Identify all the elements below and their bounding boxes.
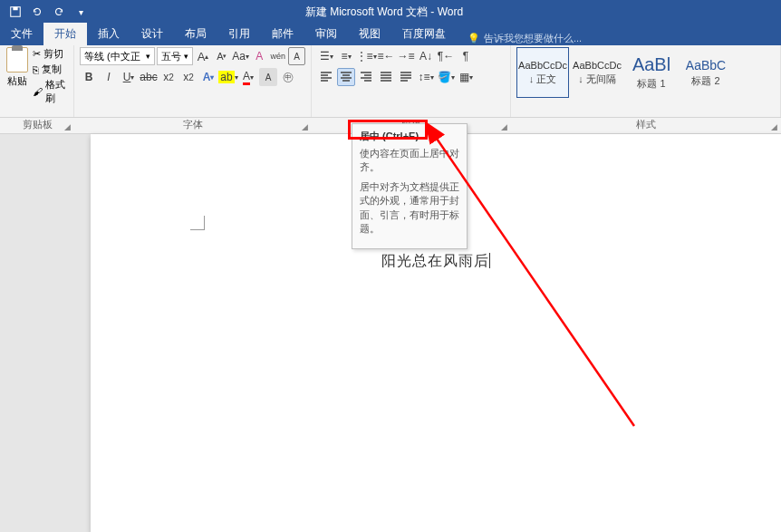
- save-icon: [9, 5, 22, 18]
- document-text[interactable]: 阳光总在风雨后: [381, 252, 490, 271]
- enclose-char-button[interactable]: ㊥: [279, 68, 297, 86]
- lightbulb-icon: 💡: [468, 33, 480, 44]
- tooltip-line2: 居中对齐为文档提供正式的外观，通常用于封面、引言，有时用于标题。: [360, 180, 459, 237]
- font-color-button[interactable]: A▾: [239, 68, 257, 86]
- justify-icon: [380, 71, 392, 83]
- underline-button[interactable]: U▾: [120, 68, 138, 86]
- line-spacing-button[interactable]: ↕≡▾: [417, 68, 435, 86]
- qat-customize[interactable]: ▾: [71, 2, 91, 22]
- tooltip-line1: 使内容在页面上居中对齐。: [360, 147, 459, 175]
- font-name-combo[interactable]: 等线 (中文正▾: [80, 47, 155, 65]
- shading-button[interactable]: 🪣▾: [437, 68, 455, 86]
- redo-button[interactable]: [49, 2, 69, 22]
- borders-button[interactable]: ▦▾: [457, 68, 475, 86]
- grow-font-button[interactable]: A▴: [195, 47, 212, 65]
- multilevel-button[interactable]: ⋮≡▾: [357, 47, 375, 65]
- ltr-button[interactable]: ¶←: [437, 47, 455, 65]
- font-label: 字体◢: [74, 118, 312, 133]
- quick-access-toolbar: ▾: [0, 2, 96, 22]
- char-border-button[interactable]: A: [288, 47, 305, 65]
- tab-review[interactable]: 审阅: [304, 23, 348, 45]
- change-case-button[interactable]: Aa▾: [232, 47, 249, 65]
- styles-launcher[interactable]: ◢: [771, 122, 777, 131]
- paste-button[interactable]: 粘贴: [5, 47, 29, 105]
- tab-baidu[interactable]: 百度网盘: [391, 23, 457, 45]
- increase-indent-button[interactable]: →≡: [397, 47, 415, 65]
- clipboard-label: 剪贴板◢: [0, 118, 74, 133]
- bullets-button[interactable]: ☰▾: [317, 47, 335, 65]
- paragraph-launcher[interactable]: ◢: [501, 122, 507, 131]
- align-center-button[interactable]: [337, 68, 355, 86]
- decrease-indent-button[interactable]: ≡←: [377, 47, 395, 65]
- brush-icon: 🖌: [33, 86, 43, 97]
- strike-button[interactable]: abc: [140, 68, 158, 86]
- text-effects-button[interactable]: A▾: [199, 68, 217, 86]
- sort-button[interactable]: A↓: [417, 47, 435, 65]
- style-heading1[interactable]: AaBl 标题 1: [625, 47, 678, 98]
- align-center-icon: [340, 71, 352, 83]
- tab-design[interactable]: 设计: [130, 23, 174, 45]
- tab-file[interactable]: 文件: [0, 23, 43, 45]
- undo-button[interactable]: [27, 2, 47, 22]
- styles-group: AaBbCcDc ↓ 正文 AaBbCcDc ↓ 无间隔 AaBl 标题 1 A…: [511, 45, 781, 117]
- tab-layout[interactable]: 布局: [174, 23, 217, 45]
- tooltip-title: 居中 (Ctrl+E): [360, 130, 459, 143]
- style-heading2[interactable]: AaBbC 标题 2: [680, 47, 732, 98]
- paragraph-group: ☰▾ ≡▾ ⋮≡▾ ≡← →≡ A↓ ¶← ¶ ↕≡▾: [312, 45, 511, 117]
- copy-icon: ⎘: [33, 64, 39, 75]
- shrink-font-button[interactable]: A▾: [213, 47, 230, 65]
- tell-me-placeholder: 告诉我您想要做什么...: [484, 32, 582, 45]
- clipboard-launcher[interactable]: ◢: [64, 122, 71, 131]
- ribbon-tabs: 文件 开始 插入 设计 布局 引用 邮件 审阅 视图 百度网盘 💡 告诉我您想要…: [0, 24, 781, 45]
- subscript-button[interactable]: x2: [159, 68, 178, 86]
- clear-format-button[interactable]: A: [251, 47, 268, 65]
- copy-button[interactable]: ⎘ 复制: [33, 63, 68, 76]
- tab-view[interactable]: 视图: [348, 23, 391, 45]
- tell-me-search[interactable]: 💡 告诉我您想要做什么...: [457, 32, 593, 45]
- center-align-tooltip: 居中 (Ctrl+E) 使内容在页面上居中对齐。 居中对齐为文档提供正式的外观，…: [352, 123, 468, 249]
- show-marks-button[interactable]: ¶: [457, 47, 475, 65]
- distribute-icon: [400, 71, 412, 83]
- page-corner-mark: [190, 216, 205, 230]
- highlight-button[interactable]: ab▾: [219, 68, 237, 86]
- font-size-combo[interactable]: 五号▾: [157, 47, 193, 65]
- format-painter-button[interactable]: 🖌 格式刷: [33, 78, 68, 105]
- scissors-icon: ✂: [33, 48, 41, 60]
- align-left-button[interactable]: [317, 68, 335, 86]
- redo-icon: [53, 5, 65, 18]
- align-left-icon: [320, 71, 333, 83]
- clipboard-group: 粘贴 ✂ 剪切 ⎘ 复制 🖌 格式刷: [0, 45, 74, 117]
- styles-label: 样式◢: [511, 118, 781, 133]
- align-right-button[interactable]: [357, 68, 375, 86]
- char-shading-button[interactable]: A: [259, 68, 277, 86]
- save-button[interactable]: [5, 2, 25, 22]
- tab-references[interactable]: 引用: [217, 23, 261, 45]
- svg-rect-1: [13, 7, 17, 11]
- title-bar: ▾ 新建 Microsoft Word 文档 - Word: [0, 0, 781, 24]
- align-right-icon: [360, 71, 372, 83]
- style-normal[interactable]: AaBbCcDc ↓ 正文: [516, 47, 569, 98]
- italic-button[interactable]: I: [100, 68, 118, 86]
- font-launcher[interactable]: ◢: [302, 122, 308, 131]
- style-no-spacing[interactable]: AaBbCcDc ↓ 无间隔: [571, 47, 623, 98]
- justify-button[interactable]: [377, 68, 395, 86]
- clipboard-icon: [6, 47, 28, 73]
- tab-home[interactable]: 开始: [43, 23, 87, 45]
- styles-gallery[interactable]: AaBbCcDc ↓ 正文 AaBbCcDc ↓ 无间隔 AaBl 标题 1 A…: [516, 47, 775, 98]
- ribbon: 粘贴 ✂ 剪切 ⎘ 复制 🖌 格式刷 等线 (中文正▾ 五号▾: [0, 45, 781, 118]
- window-title: 新建 Microsoft Word 文档 - Word: [96, 5, 672, 20]
- undo-icon: [31, 5, 43, 18]
- distribute-button[interactable]: [397, 68, 415, 86]
- tab-insert[interactable]: 插入: [87, 23, 130, 45]
- numbering-button[interactable]: ≡▾: [337, 47, 355, 65]
- font-group: 等线 (中文正▾ 五号▾ A▴ A▾ Aa▾ A wén A B I U▾ ab…: [74, 45, 312, 117]
- phonetic-button[interactable]: wén: [270, 47, 287, 65]
- bold-button[interactable]: B: [80, 68, 98, 86]
- cut-button[interactable]: ✂ 剪切: [33, 47, 68, 61]
- tab-mailings[interactable]: 邮件: [261, 23, 304, 45]
- superscript-button[interactable]: x2: [179, 68, 198, 86]
